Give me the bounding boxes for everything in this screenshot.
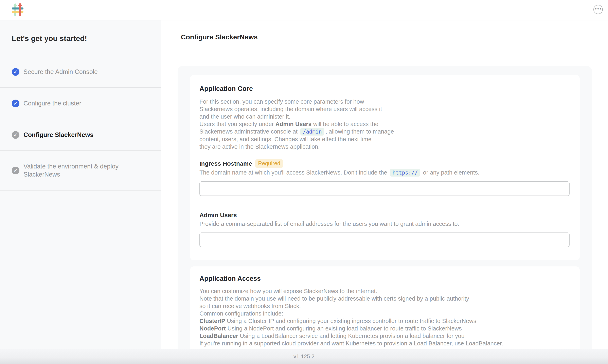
ellipsis-icon: ••• — [595, 6, 602, 12]
sidebar-step-validate-deploy[interactable]: ✓ Validate the environment & deploy Slac… — [0, 151, 161, 191]
step-check-icon: ✓ — [12, 68, 19, 76]
title-divider — [181, 52, 603, 52]
setup-wizard-page: { "header": { "logo": "slackernews-logo"… — [0, 0, 608, 364]
step-label: Secure the Admin Console — [24, 68, 98, 76]
main-header: Configure SlackerNews — [178, 20, 608, 52]
step-label: Validate the environment & deploy Slacke… — [24, 162, 153, 179]
main-content: Configure SlackerNews Application Core F… — [178, 20, 608, 364]
sidebar-step-configure-slackernews[interactable]: ✓ Configure SlackerNews — [0, 119, 161, 151]
card-application-core: Application Core For this section, you c… — [190, 75, 580, 260]
required-badge: Required — [255, 159, 283, 168]
page-title: Configure SlackerNews — [181, 33, 603, 41]
field-label-row: Ingress Hostname Required — [199, 159, 569, 168]
field-ingress-hostname: Ingress Hostname Required The domain nam… — [199, 159, 569, 196]
card-title: Application Core — [199, 85, 569, 93]
step-label: Configure the cluster — [24, 99, 81, 107]
sidebar-title: Let's get you started! — [0, 20, 161, 56]
field-label-row: Admin Users — [199, 211, 569, 219]
ingress-hostname-input[interactable] — [199, 182, 569, 196]
sidebar-step-configure-cluster[interactable]: ✓ Configure the cluster — [0, 88, 161, 119]
card-application-access: Application Access You can customize how… — [190, 266, 580, 364]
field-label: Ingress Hostname — [199, 160, 252, 168]
version-footer: v1.125.2 — [0, 349, 608, 364]
field-label: Admin Users — [199, 211, 237, 219]
card-title: Application Access — [199, 274, 569, 283]
card-description: You can customize how you will expose Sl… — [199, 287, 569, 347]
step-check-icon: ✓ — [12, 131, 19, 139]
field-help-text: The domain name at which you'll access S… — [199, 169, 569, 177]
field-help-text: Provide a comma-separated list of email … — [199, 220, 569, 228]
step-label: Configure SlackerNews — [24, 131, 94, 139]
sidebar-step-secure-admin-console[interactable]: ✓ Secure the Admin Console — [0, 56, 161, 88]
card-description: For this section, you can specify some c… — [199, 98, 569, 151]
app-version-label: v1.125.2 — [293, 353, 315, 360]
config-panel: Application Core For this section, you c… — [178, 66, 592, 364]
admin-users-input[interactable] — [199, 233, 569, 247]
setup-steps-sidebar: Let's get you started! ✓ Secure the Admi… — [0, 20, 161, 349]
step-check-icon: ✓ — [12, 100, 19, 107]
top-header: ••• — [0, 0, 608, 20]
slackernews-logo-icon — [11, 3, 24, 17]
more-options-button[interactable]: ••• — [594, 5, 603, 14]
field-admin-users: Admin Users Provide a comma-separated li… — [199, 211, 569, 247]
step-check-icon: ✓ — [12, 167, 19, 174]
